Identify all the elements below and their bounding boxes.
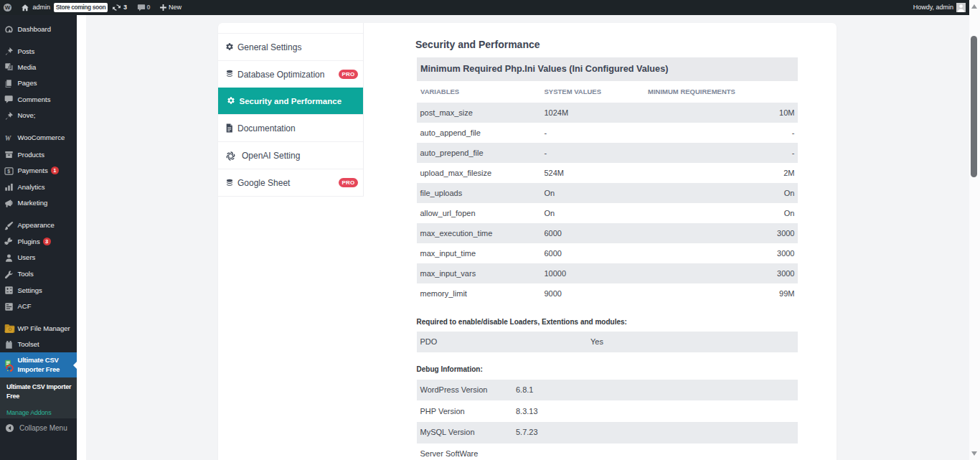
svg-text:W: W <box>5 133 12 141</box>
svg-text:W: W <box>5 4 11 11</box>
svg-text:$: $ <box>7 169 10 174</box>
